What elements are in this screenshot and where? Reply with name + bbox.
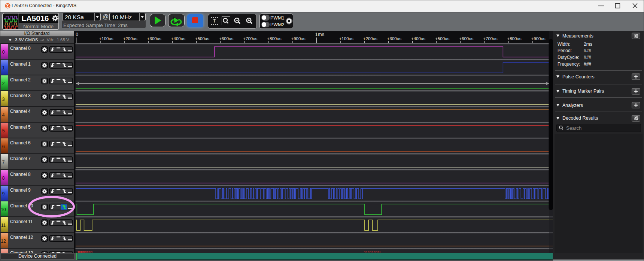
svg-text:+200us: +200us bbox=[363, 36, 377, 41]
svg-text:+300us: +300us bbox=[387, 36, 401, 41]
svg-text:+700us: +700us bbox=[483, 36, 497, 41]
svg-text:+300us: +300us bbox=[147, 36, 161, 41]
svg-text:+100us: +100us bbox=[339, 36, 353, 41]
svg-text:+500us: +500us bbox=[195, 36, 209, 41]
svg-text:+400us: +400us bbox=[171, 36, 185, 41]
svg-text:0: 0 bbox=[76, 32, 78, 37]
svg-text:+700us: +700us bbox=[243, 36, 257, 41]
svg-text:+900us: +900us bbox=[291, 36, 305, 41]
svg-text:1ms: 1ms bbox=[315, 32, 325, 37]
svg-text:+100us: +100us bbox=[99, 36, 113, 41]
svg-text:+800us: +800us bbox=[267, 36, 281, 41]
svg-text:+200us: +200us bbox=[123, 36, 137, 41]
svg-text:+800us: +800us bbox=[507, 36, 521, 41]
svg-text:+600us: +600us bbox=[219, 36, 233, 41]
svg-text:+600us: +600us bbox=[459, 36, 473, 41]
svg-text:+400us: +400us bbox=[411, 36, 425, 41]
svg-text:+500us: +500us bbox=[435, 36, 449, 41]
svg-text:+900us: +900us bbox=[531, 36, 546, 41]
